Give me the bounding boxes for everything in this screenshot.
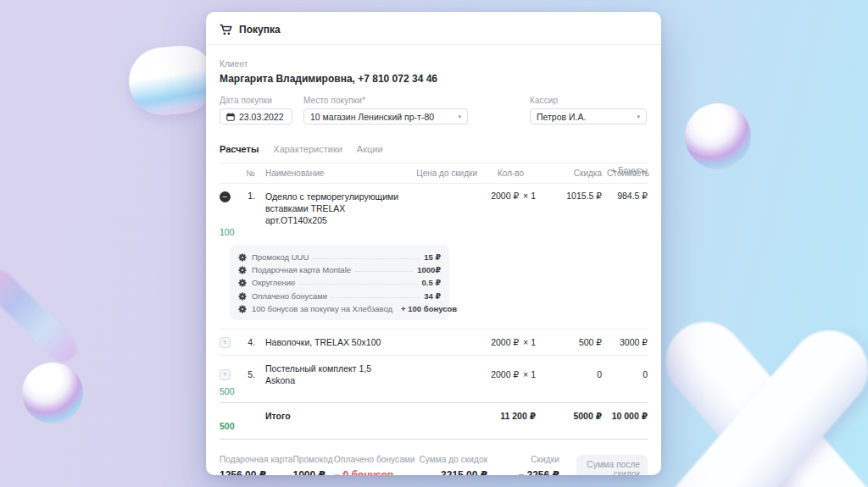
page-title: Покупка (239, 24, 281, 36)
table-header-row: № Наименование Цена до скидки Кол-во Ски… (220, 163, 648, 184)
expand-row-button[interactable]: + (220, 369, 231, 380)
discount-seal-icon (238, 292, 247, 301)
item-price-qty: 2000 ₽× 1 (411, 337, 546, 347)
item-bonus: 100 (220, 227, 234, 237)
table-row: − 1. Одеяло с терморегулирующими вставка… (220, 184, 648, 243)
item-price-qty: 2000 ₽× 1 (411, 191, 546, 201)
purchase-place-select[interactable]: 10 магазин Ленинский пр-т-80 ▾ (303, 108, 468, 125)
table-total-row: Итого 11 200 ₽ 5000 ₽ 10 000 ₽ 500 (220, 402, 648, 440)
bg-sphere-right (685, 103, 751, 169)
item-cost: 0 (607, 369, 648, 379)
discount-seal-icon (238, 305, 247, 313)
purchase-date-field-group: Дата покупки 23.03.2022 (220, 96, 292, 125)
bg-rod-shape (0, 263, 83, 368)
summary-promocode: Промокод 1000 ₽ (292, 455, 334, 475)
total-label: Итого (260, 411, 406, 421)
summary-after-discounts: Сумма после скидок 1256.00 ₽ + 234 бонус… (559, 455, 648, 475)
cashier-value: Петров И.А. (537, 112, 586, 122)
discount-seal-icon (238, 266, 247, 274)
collapse-row-button[interactable]: − (220, 191, 231, 202)
col-name: Наименование (260, 169, 406, 178)
purchase-place-value: 10 магазин Ленинский пр-т-80 (310, 112, 434, 122)
table-row: + 5. Постельный комплект 1,5 Askona 2000… (220, 356, 648, 402)
item-name: Постельный комплект 1,5 Askona (260, 362, 406, 386)
discount-seal-icon (238, 253, 247, 262)
cart-icon (220, 24, 232, 36)
tab-bar: Расчеты Характеристики Акции (206, 144, 661, 154)
modal-header: Покупка (206, 12, 661, 44)
item-price-qty: 2000 ₽× 1 (411, 369, 546, 379)
item-cost: 984.5 ₽ (607, 191, 648, 201)
detail-row-gift-card: Подарочная карта Montale 1000₽ (238, 263, 441, 276)
item-bonus: 500 (220, 386, 234, 396)
purchase-date-value: 23.03.2022 (239, 112, 284, 122)
item-discount: 1015.5 ₽ (551, 191, 602, 201)
item-cost: 3000 ₽ (607, 337, 648, 347)
item-discount: 500 ₽ (551, 337, 602, 347)
item-discount: 0 (551, 369, 602, 379)
row-number: 1. (239, 191, 255, 201)
client-block: Клиент Маргарита Владимировна, +7 810 07… (206, 59, 661, 85)
items-table: № Наименование Цена до скидки Кол-во Ски… (206, 154, 661, 440)
total-bonus: 500 (220, 421, 234, 431)
purchase-date-label: Дата покупки (220, 96, 292, 105)
detail-row-paid-bonuses: Оплачено бонусами 34 ₽ (238, 290, 441, 302)
item-name: Одеяло с терморегулирующими вставками TR… (260, 191, 406, 227)
chevron-down-icon: ▾ (458, 113, 461, 119)
table-row: + 4. Наволочки, TRELAX 50x100 2000 ₽× 1 … (220, 329, 648, 354)
bg-capsule-shape (126, 43, 219, 119)
chevron-down-icon: ▾ (637, 113, 640, 119)
client-label: Клиент (220, 59, 648, 69)
bg-sphere-left (22, 362, 83, 423)
col-discount: Скидка (551, 169, 602, 178)
total-price: 11 200 ₽ (411, 411, 546, 421)
total-cost: 10 000 ₽ (607, 411, 648, 421)
summary-discounts: Скидки − 2256 ₽ (518, 455, 559, 475)
tab-calculations[interactable]: Расчеты (220, 144, 259, 154)
row-details-panel: Промокод UUU 15 ₽ Подарочная карта Monta… (230, 245, 449, 321)
purchase-fields: Дата покупки 23.03.2022 Место покупки* 1… (206, 96, 661, 125)
total-discount: 5000 ₽ (551, 411, 602, 421)
expand-row-button[interactable]: + (220, 337, 231, 348)
col-qty: Кол-во (498, 169, 546, 178)
col-number: № (239, 169, 255, 178)
detail-row-rounding: Округление 0.5 ₽ (238, 276, 441, 289)
cashier-select[interactable]: Петров И.А. ▾ (530, 108, 647, 125)
detail-row-purchase-bonuses: 100 бонусов за покупку на Хлебзавод + 10… (238, 302, 441, 315)
summary-gift-card: Подарочная карта 1256.00 ₽ (220, 455, 292, 475)
detail-row-promocode: Промокод UUU 15 ₽ (238, 251, 441, 263)
client-name: Маргарита Владимировна, +7 810 072 34 46 (220, 73, 648, 85)
cashier-field-group: Кассир Петров И.А. ▾ (530, 96, 647, 125)
payment-summary: Подарочная карта 1256.00 ₽ Промокод 1000… (206, 455, 661, 475)
col-price: Цена до скидки (411, 169, 492, 178)
item-name: Наволочки, TRELAX 50x100 (260, 336, 406, 348)
discount-seal-icon (238, 279, 247, 287)
cashier-label: Кассир (530, 96, 647, 105)
tab-characteristics[interactable]: Характеристики (273, 144, 342, 154)
summary-paid-bonuses: Оплачено бонусами − 0 бонусов (334, 455, 419, 475)
purchase-date-input[interactable]: 23.03.2022 (220, 108, 292, 125)
purchase-modal: Покупка Клиент Маргарита Владимировна, +… (206, 12, 661, 475)
purchase-place-field-group: Место покупки* 10 магазин Ленинский пр-т… (303, 96, 468, 125)
tab-promotions[interactable]: Акции (357, 144, 383, 154)
purchase-place-label: Место покупки* (303, 96, 468, 105)
row-number: 4. (239, 337, 255, 347)
header-divider (206, 44, 661, 45)
calendar-icon (226, 113, 235, 121)
col-bonus: + Бонусы (611, 166, 648, 175)
row-number: 5. (239, 369, 255, 379)
summary-before-discounts: Сумма до скидок 3215.00 ₽ (420, 455, 488, 475)
